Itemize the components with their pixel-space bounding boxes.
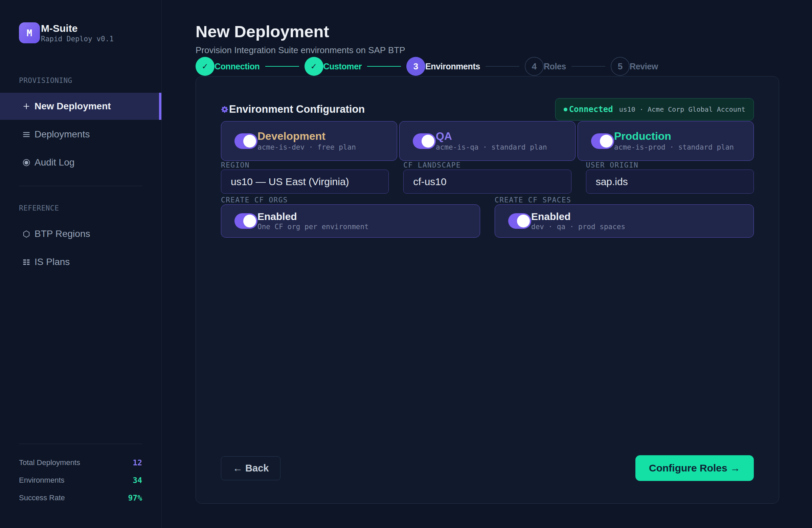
switch-title: Enabled	[531, 211, 625, 222]
step-circle-check-icon: ✓	[304, 57, 323, 76]
cf-orgs-toggle[interactable]	[234, 213, 258, 229]
step-environments[interactable]: 3 Environments	[406, 57, 480, 76]
step-circle-number: 5	[611, 57, 629, 76]
env-meta: acme-is-dev · free plan	[258, 143, 356, 151]
grid-icon	[22, 258, 30, 266]
stat-label: Success Rate	[19, 494, 65, 502]
brand: M M-Suite Rapid Deploy v0.1	[19, 22, 161, 43]
switch-label-cf-spaces: CREATE CF SPACES	[495, 196, 754, 204]
switch-text: Enabled One CF org per environment	[258, 211, 369, 231]
sidebar: M M-Suite Rapid Deploy v0.1 PROVISIONING…	[0, 0, 162, 528]
connection-detail: us10 · Acme Corp Global Account	[619, 105, 745, 113]
step-review[interactable]: 5 Review	[611, 57, 658, 76]
env-card-development: Development acme-is-dev · free plan	[221, 121, 397, 161]
step-circle-number: 4	[525, 57, 544, 76]
sidebar-item-label: IS Plans	[34, 257, 70, 267]
step-circle-number: 3	[406, 57, 425, 76]
sidebar-section-reference: REFERENCE	[19, 205, 161, 212]
wizard-stepper: ✓ Connection ✓ Customer 3 Environments 4…	[195, 57, 779, 76]
sidebar-nav-reference: BTP Regions IS Plans	[0, 220, 161, 276]
step-roles[interactable]: 4 Roles	[525, 57, 566, 76]
record-icon	[22, 158, 30, 167]
step-label: Customer	[323, 61, 362, 71]
env-text: QA acme-is-qa · standard plan	[436, 131, 547, 151]
stat-total-deployments: Total Deployments 12	[19, 458, 142, 467]
sidebar-nav-provisioning: New Deployment Deployments Audit Log	[0, 93, 161, 177]
production-toggle[interactable]	[591, 133, 614, 149]
step-connector	[571, 66, 605, 67]
sidebar-item-label: Audit Log	[34, 157, 74, 168]
sidebar-item-new-deployment[interactable]: New Deployment	[0, 93, 161, 120]
development-toggle[interactable]	[234, 133, 258, 149]
environment-cards: Development acme-is-dev · free plan QA a…	[221, 121, 754, 161]
step-customer[interactable]: ✓ Customer	[304, 57, 362, 76]
stat-environments: Environments 34	[19, 475, 142, 485]
env-name: Development	[258, 131, 356, 142]
panel-footer: ← Back Configure Roles →	[221, 455, 754, 481]
connection-status: Connected	[569, 104, 613, 114]
cf-orgs-card: Enabled One CF org per environment	[221, 204, 480, 238]
sidebar-item-deployments[interactable]: Deployments	[0, 121, 161, 148]
page-title: New Deployment	[195, 22, 779, 42]
env-text: Production acme-is-prod · standard plan	[614, 131, 734, 151]
step-label: Environments	[425, 61, 480, 71]
panel-header: Environment Configuration Connected us10…	[221, 98, 754, 120]
plus-icon	[22, 102, 30, 110]
region-input[interactable]: us10 — US East (Virginia)	[221, 170, 389, 194]
sidebar-item-label: New Deployment	[34, 101, 111, 112]
cf-landscape-input[interactable]: cf-us10	[403, 170, 571, 194]
sidebar-stats: Total Deployments 12 Environments 34 Suc…	[19, 444, 142, 503]
sidebar-section-provisioning: PROVISIONING	[19, 77, 161, 84]
step-connection[interactable]: ✓ Connection	[195, 57, 260, 76]
step-connector	[265, 66, 299, 67]
field-user-origin: USER ORIGIN sap.ids	[586, 161, 754, 194]
menu-icon	[22, 130, 30, 139]
cf-spaces-card: Enabled dev · qa · prod spaces	[495, 204, 754, 238]
switch-label-cf-orgs: CREATE CF ORGS	[221, 196, 480, 204]
step-label: Roles	[544, 61, 566, 71]
stat-label: Environments	[19, 476, 64, 485]
qa-toggle[interactable]	[413, 133, 436, 149]
app-version: Rapid Deploy v0.1	[41, 35, 114, 43]
stat-value: 12	[133, 458, 142, 467]
step-connector	[485, 66, 519, 67]
cf-spaces-toggle[interactable]	[508, 213, 531, 229]
back-button[interactable]: ← Back	[221, 456, 280, 480]
step-label: Review	[629, 61, 658, 71]
sidebar-item-is-plans[interactable]: IS Plans	[0, 248, 161, 275]
connected-dot-icon	[564, 108, 567, 111]
gear-icon	[221, 105, 228, 114]
stat-value: 97%	[128, 494, 142, 502]
switch-meta: dev · qa · prod spaces	[531, 223, 625, 231]
field-cf-landscape: CF LANDSCAPE cf-us10	[403, 161, 571, 194]
env-text: Development acme-is-dev · free plan	[258, 131, 356, 151]
app-name: M-Suite	[41, 23, 114, 33]
stat-value: 34	[133, 476, 142, 485]
environment-configuration-panel: Environment Configuration Connected us10…	[195, 76, 779, 504]
step-circle-check-icon: ✓	[195, 57, 215, 76]
switch-meta: One CF org per environment	[258, 223, 369, 231]
app-logo: M	[19, 22, 40, 43]
stat-label: Total Deployments	[19, 458, 80, 467]
hexagon-icon	[22, 230, 30, 238]
field-grid: REGION us10 — US East (Virginia) CF LAND…	[221, 161, 754, 194]
sidebar-divider	[19, 186, 142, 186]
step-label: Connection	[215, 61, 260, 71]
configure-roles-button[interactable]: Configure Roles →	[635, 455, 754, 481]
field-label-cf-landscape: CF LANDSCAPE	[403, 161, 571, 169]
env-card-production: Production acme-is-prod · standard plan	[578, 121, 754, 161]
stat-success-rate: Success Rate 97%	[19, 493, 142, 503]
create-cf-spaces-group: CREATE CF SPACES Enabled dev · qa · prod…	[495, 196, 754, 238]
panel-title-wrap: Environment Configuration	[221, 103, 365, 115]
field-label-region: REGION	[221, 161, 389, 169]
user-origin-input[interactable]: sap.ids	[586, 170, 754, 194]
panel-title: Environment Configuration	[229, 103, 365, 115]
connection-status-badge: Connected us10 · Acme Corp Global Accoun…	[555, 98, 754, 120]
sidebar-item-label: BTP Regions	[34, 228, 90, 239]
env-name: QA	[436, 131, 547, 142]
sidebar-item-btp-regions[interactable]: BTP Regions	[0, 220, 161, 247]
stats-divider	[19, 444, 142, 444]
sidebar-item-audit-log[interactable]: Audit Log	[0, 149, 161, 176]
step-connector	[367, 66, 401, 67]
create-cf-orgs-group: CREATE CF ORGS Enabled One CF org per en…	[221, 196, 480, 238]
